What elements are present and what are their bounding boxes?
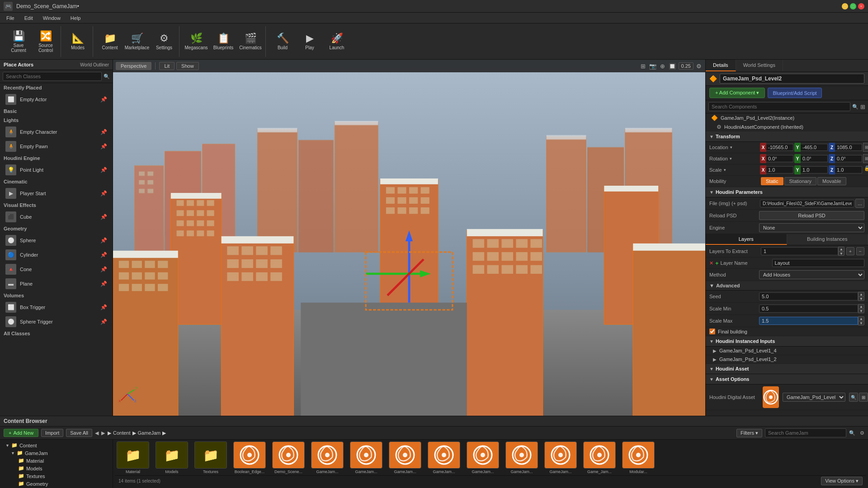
actor-item-cone[interactable]: 🔺 Cone 📌 bbox=[0, 262, 113, 277]
houdini-instanced-section-header[interactable]: ▼ Houdini Instanced Inputs bbox=[706, 336, 868, 347]
mobility-movable-button[interactable]: Movable bbox=[817, 177, 846, 185]
hda-browse-button[interactable]: ⊞ bbox=[859, 393, 868, 402]
actor-item-sphere[interactable]: ⚪ Sphere 📌 bbox=[0, 233, 113, 248]
marketplace-button[interactable]: 🛒 Marketplace bbox=[124, 26, 150, 57]
actor-pin-pl[interactable]: 📌 bbox=[100, 167, 107, 173]
cb-tree-gamejam[interactable]: ▼ 📁 GameJam bbox=[2, 449, 111, 457]
cinematics-button[interactable]: 🎬 Cinematics bbox=[237, 26, 264, 57]
cursor-icon[interactable]: ⊕ bbox=[659, 62, 666, 70]
actor-item-plane[interactable]: ▬ Plane 📌 bbox=[0, 277, 113, 291]
category-cinematic[interactable]: Cinematic bbox=[0, 177, 113, 186]
modes-button[interactable]: 📐 Modes bbox=[65, 26, 91, 57]
final-building-checkbox[interactable] bbox=[709, 328, 715, 334]
cb-tree-textures[interactable]: 📁 Textures bbox=[2, 472, 111, 480]
rotation-x-input[interactable] bbox=[766, 155, 793, 162]
actor-item-sphere-trigger[interactable]: ⚪ Sphere Trigger 📌 bbox=[0, 314, 113, 329]
mobility-static-button[interactable]: Static bbox=[761, 177, 783, 185]
asset-gamejam-3[interactable]: GameJam... bbox=[387, 441, 423, 474]
layer-add-icon[interactable]: + bbox=[715, 260, 719, 267]
cb-tree-models[interactable]: 📁 Models bbox=[2, 465, 111, 472]
actor-item-point-light[interactable]: 💡 Point Light 📌 bbox=[0, 163, 113, 177]
search-components-input[interactable] bbox=[708, 102, 850, 111]
asset-game-jam[interactable]: Game_Jam... bbox=[581, 441, 618, 474]
component-item-houdini-asset[interactable]: ⚙ HoudiniAssetComponent (Inherited) bbox=[706, 122, 868, 131]
cb-tree-geometry[interactable]: 📁 Geometry bbox=[2, 480, 111, 488]
layer-name-input[interactable] bbox=[772, 259, 864, 267]
actor-pin-st[interactable]: 📌 bbox=[100, 319, 107, 325]
layers-to-extract-input[interactable] bbox=[761, 247, 838, 255]
viewport-settings-icon[interactable]: ⚙ bbox=[695, 62, 703, 70]
view-options-button[interactable]: View Options ▾ bbox=[821, 477, 863, 485]
filters-button[interactable]: Filters ▾ bbox=[736, 429, 762, 437]
menu-help[interactable]: Help bbox=[66, 14, 85, 22]
rotation-expand-button[interactable]: ⊞ bbox=[863, 154, 868, 163]
megascans-button[interactable]: 🌿 Megascans bbox=[183, 26, 209, 57]
viewport[interactable]: Perspective Lit Show ⊞ 📷 ⊕ 🔲 0.25 ⚙ bbox=[113, 60, 705, 416]
layers-to-extract-up[interactable]: ▲ bbox=[838, 247, 844, 251]
settings-button[interactable]: ⚙ Settings bbox=[151, 26, 177, 57]
category-recently-placed[interactable]: Recently Placed bbox=[0, 83, 113, 92]
lit-button[interactable]: Lit bbox=[159, 62, 175, 70]
asset-boolean-edge[interactable]: Boolean_Edge... bbox=[231, 441, 268, 474]
actor-item-empty-pawn[interactable]: 🧍 Empty Pawn 📌 bbox=[0, 139, 113, 154]
show-button[interactable]: Show bbox=[176, 62, 199, 70]
asset-gamejam-1[interactable]: GameJam... bbox=[309, 441, 345, 474]
maximize-button[interactable]: □ bbox=[850, 3, 856, 9]
menu-edit[interactable]: Edit bbox=[20, 14, 38, 22]
scale-max-down[interactable]: ▼ bbox=[858, 321, 864, 325]
path-gamejam[interactable]: GameJam bbox=[138, 430, 161, 436]
tab-building-instances[interactable]: Building Instances bbox=[787, 234, 868, 245]
asset-gamejam-5[interactable]: GameJam... bbox=[465, 441, 501, 474]
asset-gamejam-6[interactable]: GameJam... bbox=[504, 441, 540, 474]
category-houdini-engine[interactable]: Houdini Engine bbox=[0, 154, 113, 163]
reload-psd-button[interactable]: Reload PSD bbox=[759, 211, 864, 220]
cb-tree-material[interactable]: 📁 Material bbox=[2, 457, 111, 465]
window-controls[interactable]: ─ □ × bbox=[842, 3, 864, 9]
scale-max-input[interactable] bbox=[759, 317, 858, 325]
asset-gamejam-7[interactable]: GameJam... bbox=[542, 441, 579, 474]
mobility-stationary-button[interactable]: Stationary bbox=[784, 177, 817, 185]
actor-item-box-trigger[interactable]: ⬜ Box Trigger 📌 bbox=[0, 300, 113, 314]
menu-window[interactable]: Window bbox=[38, 14, 65, 22]
blueprints-button[interactable]: 📋 Blueprints bbox=[210, 26, 236, 57]
layers-to-extract-down[interactable]: ▼ bbox=[838, 251, 844, 256]
cb-settings-icon[interactable]: ⚙ bbox=[860, 430, 864, 436]
seed-input[interactable] bbox=[759, 292, 858, 300]
actor-pin-bt[interactable]: 📌 bbox=[100, 304, 107, 310]
place-actors-header[interactable]: Place Actors World Outliner bbox=[0, 60, 113, 70]
seed-up[interactable]: ▲ bbox=[858, 292, 864, 296]
play-button[interactable]: ▶ Play bbox=[297, 26, 323, 57]
rotation-z-input[interactable] bbox=[835, 155, 862, 162]
advanced-section-header[interactable]: ▼ Advanced bbox=[706, 281, 868, 291]
scale-lock-icon[interactable]: 🔒 bbox=[864, 165, 868, 174]
component-name-input[interactable] bbox=[720, 74, 864, 84]
location-y-input[interactable] bbox=[801, 144, 828, 151]
build-button[interactable]: 🔨 Build bbox=[269, 26, 296, 57]
add-component-button[interactable]: + Add Component ▾ bbox=[709, 88, 765, 98]
actor-pin-ec[interactable]: 📌 bbox=[100, 129, 107, 135]
actor-pin-cyl[interactable]: 📌 bbox=[100, 252, 107, 258]
nav-forward-icon[interactable]: ▶ bbox=[101, 430, 105, 436]
asset-models-folder[interactable]: 📁 Models bbox=[154, 441, 190, 474]
menu-file[interactable]: File bbox=[2, 14, 19, 22]
scale-min-up[interactable]: ▲ bbox=[858, 304, 864, 309]
actor-pin-cube[interactable]: 📌 bbox=[100, 214, 107, 220]
location-dropdown[interactable]: ▾ bbox=[730, 145, 732, 150]
perspective-button[interactable]: Perspective bbox=[116, 62, 151, 70]
actor-item-cube[interactable]: ⬛ Cube 📌 bbox=[0, 210, 113, 224]
category-lights[interactable]: Lights bbox=[0, 116, 113, 125]
search-components-icon[interactable]: 🔍 bbox=[852, 104, 859, 110]
search-icon[interactable]: 🔍 bbox=[104, 74, 110, 80]
actor-pin-empty-actor[interactable]: 📌 bbox=[100, 96, 107, 103]
actor-pin-ps[interactable]: 📌 bbox=[100, 190, 107, 197]
minimize-button[interactable]: ─ bbox=[842, 3, 848, 9]
layer-delete-icon[interactable]: ✕ bbox=[709, 260, 713, 266]
actor-item-cylinder[interactable]: 🔵 Cylinder 📌 bbox=[0, 248, 113, 262]
asset-textures-folder[interactable]: 📁 Textures bbox=[193, 441, 229, 474]
view-options-icon[interactable]: ⊞ bbox=[860, 103, 865, 110]
asset-options-header[interactable]: ▼ Asset Options bbox=[706, 374, 868, 385]
file-path-input[interactable] bbox=[760, 200, 854, 207]
close-button[interactable]: × bbox=[858, 3, 864, 9]
hda-search-button[interactable]: 🔍 bbox=[849, 393, 858, 402]
category-volumes[interactable]: Volumes bbox=[0, 291, 113, 300]
